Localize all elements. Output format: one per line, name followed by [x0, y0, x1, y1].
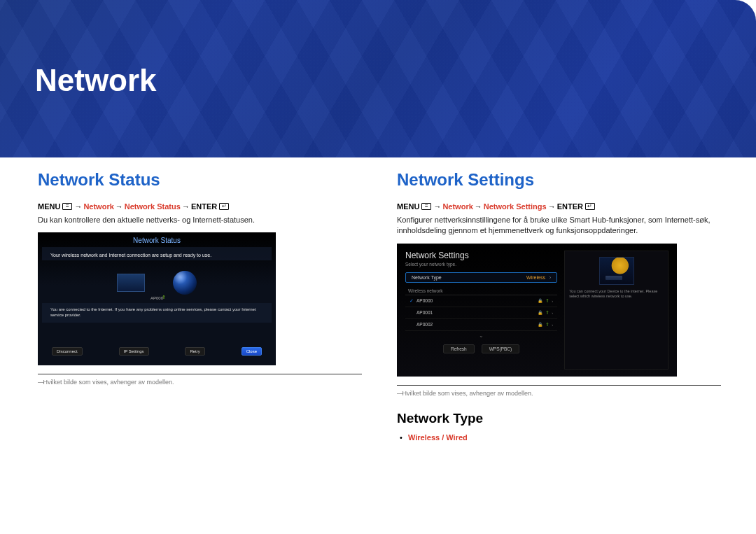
section-heading-network-settings: Network Settings — [397, 170, 721, 190]
shot-info-text: You are connected to the Internet. If yo… — [42, 303, 272, 323]
disconnect-button[interactable]: Disconnect — [52, 347, 83, 356]
network-type-value: Wireless — [526, 275, 545, 280]
section-description: Konfigurer nettverksinnstillingene for å… — [397, 215, 721, 237]
menu-icon — [421, 203, 431, 210]
chapter-banner: Network — [0, 0, 756, 157]
ap-list-item[interactable]: ✓ AP0000 🔒 ⇑ › — [405, 295, 557, 307]
shot-button-row: Disconnect IP Settings Retry Close — [38, 342, 276, 361]
enter-icon — [219, 203, 229, 210]
chevron-right-icon: › — [552, 323, 553, 327]
divider — [38, 374, 362, 374]
network-type-selector[interactable]: Network Type Wireless › — [405, 272, 557, 283]
enter-icon — [585, 203, 595, 210]
chevron-down-icon[interactable]: ⌄ — [405, 331, 557, 340]
close-button[interactable]: Close — [241, 347, 262, 356]
wireless-network-label: Wireless network — [405, 287, 557, 295]
path-menu-label: MENU — [38, 202, 60, 211]
right-column: Network Settings MENU → Network → Networ… — [397, 164, 721, 442]
menu-icon — [62, 203, 72, 210]
shot-side-panel: You can connect your Device to the inter… — [564, 251, 668, 370]
check-icon: ✓ — [410, 298, 416, 304]
path-arrow: → — [115, 202, 123, 211]
path-menu-label: MENU — [397, 202, 419, 211]
path-part-network-settings: Network Settings — [484, 202, 547, 211]
lock-icon: 🔒 — [538, 322, 542, 327]
subsection-heading-network-type: Network Type — [397, 411, 721, 426]
option-bullet: Wireless / Wired — [397, 433, 721, 442]
shot-title: Network Status — [38, 232, 276, 244]
ap-list-item[interactable]: AP0002 🔒 ⇑ › — [405, 319, 557, 331]
section-heading-network-status: Network Status — [38, 170, 362, 190]
path-arrow: → — [475, 202, 482, 211]
wifi-signal-icon: ⇑ — [545, 298, 550, 304]
shot-diagram: AP000 ⇑ — [38, 263, 276, 302]
ip-settings-button[interactable]: IP Settings — [119, 347, 149, 356]
menu-path-network-status: MENU → Network → Network Status → ENTER — [38, 202, 362, 211]
screenshot-network-status: Network Status Your wireless network and… — [38, 232, 276, 365]
shot-title: Network Settings — [405, 251, 557, 260]
path-arrow: → — [433, 202, 441, 211]
refresh-button[interactable]: Refresh — [443, 344, 475, 353]
divider — [397, 385, 721, 386]
wps-button[interactable]: WPS(PBC) — [482, 344, 520, 353]
menu-path-network-settings: MENU → Network → Network Settings → ENTE… — [397, 202, 721, 211]
chevron-right-icon: › — [552, 311, 553, 315]
path-part-network: Network — [83, 202, 113, 211]
shot-status-message: Your wireless network and Internet conne… — [42, 247, 272, 260]
wifi-signal-icon: ⇑ — [545, 322, 550, 328]
image-note: Hvilket bilde som vises, avhenger av mod… — [397, 390, 721, 397]
ap-list-item[interactable]: AP0001 🔒 ⇑ › — [405, 307, 557, 319]
path-part-network: Network — [442, 202, 472, 211]
page-content: Network Status MENU → Network → Network … — [0, 157, 756, 442]
path-enter-label: ENTER — [557, 202, 583, 211]
path-arrow: → — [74, 202, 82, 211]
device-icon — [117, 274, 145, 292]
ap-name: AP0002 — [416, 322, 538, 327]
path-arrow: → — [548, 202, 556, 211]
left-column: Network Status MENU → Network → Network … — [38, 164, 362, 442]
wifi-icon: ⇑ — [162, 295, 166, 300]
chapter-title: Network — [35, 63, 157, 98]
shot-main-panel: Network Settings Select your network typ… — [405, 251, 557, 370]
globe-icon — [173, 271, 197, 295]
shot-subtitle: Select your network type. — [405, 262, 557, 267]
retry-button[interactable]: Retry — [185, 347, 204, 356]
path-part-network-status: Network Status — [125, 202, 181, 211]
path-arrow: → — [182, 202, 190, 211]
image-note: Hvilket bilde som vises, avhenger av mod… — [38, 379, 362, 386]
section-description: Du kan kontrollere den aktuelle nettverk… — [38, 215, 362, 225]
chevron-right-icon: › — [550, 275, 551, 280]
chevron-right-icon: › — [552, 299, 553, 303]
option-wireless-wired: Wireless / Wired — [408, 433, 468, 442]
lock-icon: 🔒 — [538, 310, 542, 315]
shot-button-row: Refresh WPS(PBC) — [405, 344, 557, 353]
ap-name: AP0001 — [416, 310, 538, 315]
screenshot-network-settings: Network Settings Select your network typ… — [397, 244, 677, 377]
lock-icon: 🔒 — [538, 298, 542, 303]
router-icon — [599, 257, 634, 285]
side-panel-text: You can connect your Device to the inter… — [569, 289, 664, 299]
wifi-signal-icon: ⇑ — [545, 310, 550, 316]
ap-name: AP0000 — [416, 298, 538, 303]
path-enter-label: ENTER — [191, 202, 217, 211]
network-type-label: Network Type — [412, 275, 442, 280]
